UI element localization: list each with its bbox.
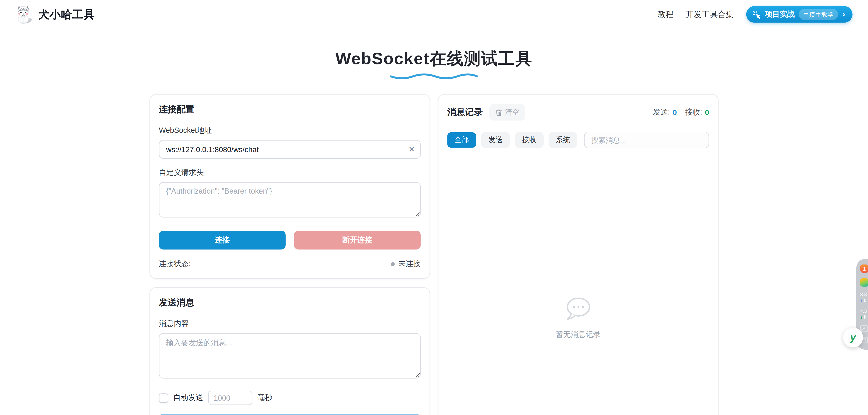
page-title: WebSocket在线测试工具 bbox=[0, 47, 868, 70]
connection-buttons: 连接 断开连接 bbox=[159, 231, 421, 250]
sent-counter-label: 发送: bbox=[653, 107, 670, 117]
filter-tab-sent[interactable]: 发送 bbox=[481, 132, 509, 148]
nav-links: 教程 开发工具合集 项目实战 手摸手教学 › bbox=[657, 6, 852, 23]
websocket-url-field: ✕ bbox=[159, 140, 421, 159]
brand-name[interactable]: 犬小哈工具 bbox=[38, 7, 95, 22]
nav-link-devtools[interactable]: 开发工具合集 bbox=[686, 9, 734, 20]
filter-tab-received[interactable]: 接收 bbox=[515, 132, 544, 148]
upload-speed: 3.8 ↑ k bbox=[860, 292, 867, 304]
search-messages-input[interactable] bbox=[584, 132, 709, 148]
clear-url-icon[interactable]: ✕ bbox=[408, 145, 415, 154]
websocket-url-label: WebSocket地址 bbox=[159, 126, 421, 135]
empty-chat-bubble-icon bbox=[565, 296, 592, 321]
status-dot-icon bbox=[391, 262, 394, 266]
empty-text: 暂无消息记录 bbox=[447, 330, 709, 340]
trash-icon bbox=[496, 109, 502, 116]
arrow-down-icon: ↓ bbox=[860, 314, 863, 320]
message-log-title: 消息记录 bbox=[447, 106, 483, 118]
custom-headers-textarea[interactable] bbox=[159, 182, 421, 217]
websocket-url-input[interactable] bbox=[159, 140, 421, 159]
youdao-float-ball[interactable]: y bbox=[843, 327, 863, 347]
float-ball-letter: y bbox=[850, 331, 856, 343]
left-column: 连接配置 WebSocket地址 ✕ 自定义请求头 连接 断开连接 连接状态: bbox=[150, 94, 430, 415]
brand[interactable]: 犬小哈工具 bbox=[15, 5, 95, 24]
download-speed: 4.3 ↓ k bbox=[860, 309, 867, 320]
arrow-up-icon: ↑ bbox=[860, 297, 863, 303]
received-counter-value: 0 bbox=[705, 108, 709, 117]
disconnect-button[interactable]: 断开连接 bbox=[294, 231, 421, 250]
interval-unit-label: 毫秒 bbox=[257, 393, 273, 403]
nav-link-tutorials[interactable]: 教程 bbox=[657, 9, 674, 20]
status-value-group: 未连接 bbox=[391, 259, 421, 269]
connection-status-row: 连接状态: 未连接 bbox=[159, 259, 421, 269]
interval-input[interactable] bbox=[208, 391, 252, 405]
main-content: 连接配置 WebSocket地址 ✕ 自定义请求头 连接 断开连接 连接状态: bbox=[150, 94, 718, 415]
message-log-header: 消息记录 清空 发送: 0 接收: 0 bbox=[447, 104, 709, 121]
empty-state: 暂无消息记录 bbox=[447, 296, 709, 340]
message-log-card: 消息记录 清空 发送: 0 接收: 0 全部 发送 bbox=[438, 94, 718, 415]
message-content-label: 消息内容 bbox=[159, 319, 421, 329]
cursor-click-icon bbox=[753, 10, 761, 19]
browser-viewport: 犬小哈工具 教程 开发工具合集 项目实战 手摸手教学 › WebSocket在线… bbox=[0, 0, 868, 415]
connection-card: 连接配置 WebSocket地址 ✕ 自定义请求头 连接 断开连接 连接状态: bbox=[150, 94, 430, 279]
auto-send-row: 自动发送 毫秒 bbox=[159, 391, 421, 405]
title-underline-decoration bbox=[389, 72, 479, 80]
connection-card-title: 连接配置 bbox=[159, 104, 421, 116]
browser-extension-widget[interactable]: 1 3.8 ↑ k 4.3 ↓ k y bbox=[857, 259, 868, 349]
message-counters: 发送: 0 接收: 0 bbox=[653, 107, 709, 117]
auto-send-checkbox[interactable] bbox=[159, 393, 168, 403]
screenshot-icon[interactable] bbox=[860, 325, 868, 332]
send-button[interactable]: 发送 bbox=[159, 414, 421, 415]
send-card-title: 发送消息 bbox=[159, 297, 421, 309]
send-message-card: 发送消息 消息内容 自动发送 毫秒 发送 bbox=[150, 287, 430, 415]
extension-badge[interactable]: 1 bbox=[860, 264, 868, 273]
cta-badge: 手摸手教学 bbox=[799, 9, 838, 20]
sent-counter-value: 0 bbox=[673, 108, 677, 117]
project-practice-button[interactable]: 项目实战 手摸手教学 › bbox=[746, 6, 852, 23]
received-counter-label: 接收: bbox=[685, 107, 702, 117]
filter-tab-all[interactable]: 全部 bbox=[447, 132, 476, 148]
custom-headers-label: 自定义请求头 bbox=[159, 168, 421, 178]
chevron-right-icon: › bbox=[842, 10, 845, 19]
husky-logo-icon bbox=[15, 5, 33, 24]
auto-send-label: 自动发送 bbox=[174, 393, 203, 403]
status-label: 连接状态: bbox=[159, 259, 191, 269]
clear-label: 清空 bbox=[505, 107, 519, 117]
connect-button[interactable]: 连接 bbox=[159, 231, 285, 250]
filter-tab-system[interactable]: 系统 bbox=[549, 132, 577, 148]
screen: 犬小哈工具 教程 开发工具合集 项目实战 手摸手教学 › WebSocket在线… bbox=[0, 0, 868, 415]
clear-messages-button[interactable]: 清空 bbox=[489, 104, 525, 121]
message-content-textarea[interactable] bbox=[159, 333, 421, 378]
extension-color-icon[interactable] bbox=[860, 278, 868, 287]
navbar: 犬小哈工具 教程 开发工具合集 项目实战 手摸手教学 › bbox=[0, 0, 868, 29]
cta-label: 项目实战 bbox=[765, 9, 795, 19]
message-filter-row: 全部 发送 接收 系统 bbox=[447, 132, 709, 148]
status-value: 未连接 bbox=[398, 259, 421, 269]
